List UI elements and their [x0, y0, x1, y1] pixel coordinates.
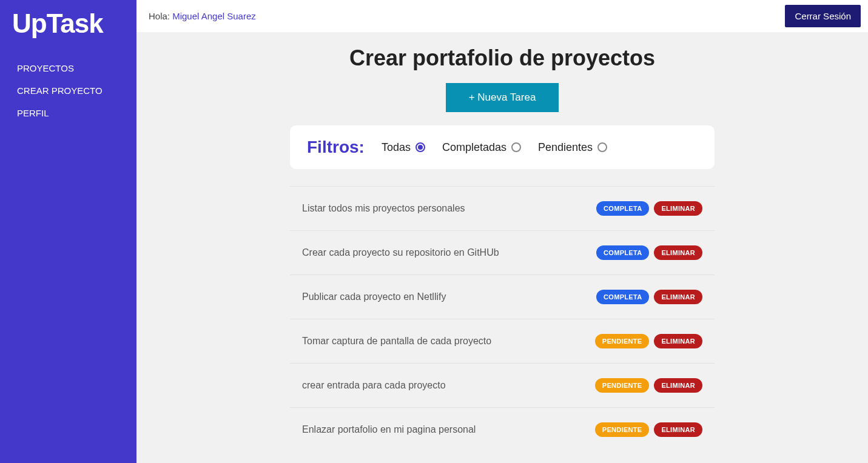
app-logo: UpTask — [0, 8, 136, 57]
task-title: crear entrada para cada proyecto — [302, 380, 446, 391]
task-status-button[interactable]: COMPLETA — [596, 290, 649, 304]
task-actions: PENDIENTEELIMINAR — [595, 422, 702, 437]
sidebar-nav: PROYECTOS CREAR PROYECTO PERFIL — [0, 57, 136, 124]
task-title: Crear cada proyecto su repositorio en Gi… — [302, 247, 499, 258]
content: Crear portafolio de proyectos + Nueva Ta… — [136, 32, 868, 463]
task-status-button[interactable]: PENDIENTE — [595, 378, 650, 393]
sidebar-item-crear-proyecto[interactable]: CREAR PROYECTO — [0, 79, 136, 102]
filter-option-completadas[interactable]: Completadas — [442, 141, 521, 154]
logout-button[interactable]: Cerrar Sesión — [785, 5, 861, 27]
sidebar: UpTask PROYECTOS CREAR PROYECTO PERFIL — [0, 0, 136, 463]
task-title: Listar todos mis proyectos personales — [302, 203, 465, 214]
filter-option-pendientes[interactable]: Pendientes — [538, 141, 607, 154]
task-status-button[interactable]: PENDIENTE — [595, 334, 650, 348]
task-list: Listar todos mis proyectos personalesCOM… — [290, 186, 715, 451]
new-task-button[interactable]: + Nueva Tarea — [446, 83, 559, 112]
task-delete-button[interactable]: ELIMINAR — [654, 422, 702, 437]
filter-option-label: Completadas — [442, 141, 506, 154]
greeting-username: Miguel Angel Suarez — [172, 11, 256, 21]
task-delete-button[interactable]: ELIMINAR — [654, 378, 702, 393]
task-actions: PENDIENTEELIMINAR — [595, 378, 702, 393]
filters-label: Filtros: — [307, 138, 365, 157]
task-row: Crear cada proyecto su repositorio en Gi… — [290, 230, 715, 275]
radio-icon — [415, 142, 425, 152]
task-title: Tomar captura de pantalla de cada proyec… — [302, 336, 491, 347]
filter-option-label: Pendientes — [538, 141, 593, 154]
task-actions: COMPLETAELIMINAR — [596, 245, 702, 260]
filter-option-label: Todas — [382, 141, 411, 154]
task-row: Tomar captura de pantalla de cada proyec… — [290, 319, 715, 363]
task-status-button[interactable]: COMPLETA — [596, 245, 649, 260]
radio-icon — [511, 142, 521, 152]
task-title: Publicar cada proyecto en Netllify — [302, 291, 446, 302]
task-delete-button[interactable]: ELIMINAR — [654, 245, 702, 260]
radio-icon — [597, 142, 607, 152]
task-actions: COMPLETAELIMINAR — [596, 290, 702, 304]
filters-card: Filtros: Todas Completadas Pendientes — [290, 125, 715, 169]
task-status-button[interactable]: COMPLETA — [596, 201, 649, 216]
task-row: crear entrada para cada proyectoPENDIENT… — [290, 363, 715, 407]
main: Hola: Miguel Angel Suarez Cerrar Sesión … — [136, 0, 868, 463]
topbar: Hola: Miguel Angel Suarez Cerrar Sesión — [136, 0, 868, 32]
radio-dot-icon — [418, 145, 423, 150]
task-delete-button[interactable]: ELIMINAR — [654, 201, 702, 216]
task-delete-button[interactable]: ELIMINAR — [654, 290, 702, 304]
page-title: Crear portafolio de proyectos — [136, 45, 868, 71]
task-delete-button[interactable]: ELIMINAR — [654, 334, 702, 348]
filter-option-todas[interactable]: Todas — [382, 141, 425, 154]
task-row: Publicar cada proyecto en NetllifyCOMPLE… — [290, 275, 715, 319]
greeting-prefix: Hola: — [149, 11, 172, 21]
task-actions: COMPLETAELIMINAR — [596, 201, 702, 216]
sidebar-item-perfil[interactable]: PERFIL — [0, 102, 136, 124]
sidebar-item-proyectos[interactable]: PROYECTOS — [0, 57, 136, 79]
task-title: Enlazar portafolio en mi pagina personal — [302, 424, 476, 435]
new-task-wrap: + Nueva Tarea — [136, 83, 868, 112]
task-row: Listar todos mis proyectos personalesCOM… — [290, 186, 715, 230]
task-actions: PENDIENTEELIMINAR — [595, 334, 702, 348]
task-row: Enlazar portafolio en mi pagina personal… — [290, 407, 715, 451]
task-status-button[interactable]: PENDIENTE — [595, 422, 650, 437]
greeting: Hola: Miguel Angel Suarez — [149, 11, 256, 21]
